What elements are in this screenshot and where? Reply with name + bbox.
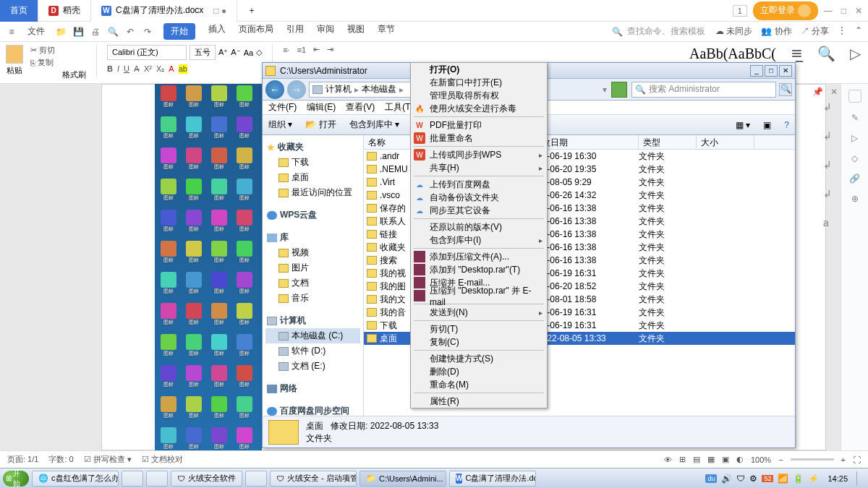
desktop-icon[interactable]: 图标 xyxy=(207,116,231,147)
print-icon[interactable]: 🖨 xyxy=(90,26,101,38)
menu-item[interactable]: 添加到压缩文件(A)... xyxy=(411,250,547,263)
taskbar-item[interactable] xyxy=(122,471,143,487)
desktop-icon[interactable]: 图标 xyxy=(207,303,231,333)
tray-icon[interactable]: ⚡ xyxy=(808,474,819,484)
desktop-icon[interactable]: 图标 xyxy=(156,396,181,427)
menu-item[interactable]: ☁自动备份该文件夹 xyxy=(411,191,547,204)
spell-check[interactable]: ☑ 拼写检查 ▾ xyxy=(84,454,132,465)
italic-icon[interactable]: I xyxy=(117,64,119,74)
tray-icon[interactable]: 📶 xyxy=(778,474,788,484)
cut-button[interactable]: ✂ 剪切 xyxy=(30,45,55,56)
forward-button[interactable]: → xyxy=(287,80,306,99)
share-button[interactable]: ↗ 分享 xyxy=(801,25,829,38)
indent-left-icon[interactable]: ⇤ xyxy=(313,45,320,54)
pin-icon[interactable]: 📌 xyxy=(812,87,823,97)
close-panel-icon[interactable]: ✕ xyxy=(830,87,838,97)
organize-button[interactable]: 组织 ▾ xyxy=(268,119,292,131)
menu-item[interactable]: 🔥使用火绒安全进行杀毒 xyxy=(411,102,547,115)
find-icon[interactable]: 🔍 xyxy=(817,45,835,62)
tree-desktop[interactable]: 桌面 xyxy=(265,170,360,185)
menu-item[interactable]: 压缩到 "Desktop.rar" 并 E-mail xyxy=(411,289,547,302)
menu-item[interactable]: 属性(R) xyxy=(411,395,547,408)
desktop-icon[interactable]: 图标 xyxy=(232,210,257,240)
minimize-button[interactable]: _ xyxy=(750,65,763,77)
tab-review[interactable]: 审阅 xyxy=(317,23,334,40)
desktop-icon[interactable]: 图标 xyxy=(207,241,231,271)
preview-pane-button[interactable]: ▣ xyxy=(763,120,771,130)
column-date[interactable]: 改日期 xyxy=(537,135,639,149)
show-desktop[interactable] xyxy=(856,471,862,486)
word-count[interactable]: 字数: 0 xyxy=(48,454,73,465)
save-icon[interactable]: 💾 xyxy=(72,26,84,38)
tree-videos[interactable]: 视频 xyxy=(265,245,360,260)
menu-edit[interactable]: 编辑(E) xyxy=(307,101,336,114)
tray-icon[interactable]: 52 xyxy=(762,475,773,482)
menu-item[interactable]: 在新窗口中打开(E) xyxy=(411,76,547,89)
refresh-button[interactable] xyxy=(611,82,627,98)
tray-icon[interactable]: du xyxy=(705,474,717,483)
tree-drive-d[interactable]: 软件 (D:) xyxy=(265,343,360,359)
desktop-icon[interactable]: 图标 xyxy=(156,147,181,178)
desktop-icon[interactable]: 图标 xyxy=(207,210,231,240)
redo-icon[interactable]: ↷ xyxy=(142,26,153,38)
select-icon[interactable]: ▷ xyxy=(850,45,861,62)
maximize-button[interactable]: □ xyxy=(841,6,846,16)
desktop-icon[interactable]: 图标 xyxy=(182,365,206,395)
desktop-icon[interactable]: 图标 xyxy=(156,116,181,147)
menu-item[interactable]: 创建快捷方式(S) xyxy=(411,352,547,365)
desktop-icon[interactable]: 图标 xyxy=(207,396,231,427)
zoom-out-icon[interactable]: − xyxy=(778,455,783,464)
tree-network[interactable]: 网络 xyxy=(265,381,360,396)
tab-home[interactable]: 首页 xyxy=(0,0,38,22)
include-lib-button[interactable]: 包含到库中 ▾ xyxy=(349,119,399,131)
tab-daoke[interactable]: D稻壳 xyxy=(38,0,91,22)
file-menu[interactable]: 文件 xyxy=(27,25,45,38)
menu-item[interactable]: W批量重命名 xyxy=(411,132,547,145)
column-type[interactable]: 类型 xyxy=(639,135,697,149)
desktop-icon[interactable]: 图标 xyxy=(182,210,206,240)
increase-font-icon[interactable]: A⁺ xyxy=(218,48,228,57)
cooperate-button[interactable]: 👥 协作 xyxy=(761,25,791,38)
taskbar-item[interactable]: 📁C:\Users\Admini... xyxy=(359,471,446,487)
desktop-icon[interactable]: 图标 xyxy=(156,272,181,302)
menu-item[interactable]: ☁同步至其它设备 xyxy=(411,204,547,217)
explorer-search[interactable]: 🔍 搜索 Administrator xyxy=(631,82,776,98)
close-button[interactable]: ✕ xyxy=(779,65,792,77)
back-button[interactable]: ← xyxy=(265,80,284,99)
tree-music[interactable]: 音乐 xyxy=(265,291,360,306)
tab-layout[interactable]: 页面布局 xyxy=(239,23,273,40)
desktop-icon[interactable]: 图标 xyxy=(182,116,206,147)
menu-item[interactable]: ☁上传到百度网盘 xyxy=(411,178,547,191)
desktop-icon[interactable]: 图标 xyxy=(156,85,181,116)
zoom-in-icon[interactable]: + xyxy=(841,455,846,464)
minimize-button[interactable]: — xyxy=(824,6,833,16)
menu-item[interactable]: 还原以前的版本(V) xyxy=(411,221,547,234)
desktop-icon[interactable]: 图标 xyxy=(156,334,181,364)
desktop-icon[interactable]: 图标 xyxy=(232,272,257,302)
menu-item[interactable]: 管理员取得所有权 xyxy=(411,89,547,102)
desktop-icon[interactable]: 图标 xyxy=(232,179,257,209)
tree-wps-cloud[interactable]: WPS云盘 xyxy=(265,207,360,223)
tab-document[interactable]: WC盘满了清理办法.docx□ ● xyxy=(91,0,237,22)
paste-button[interactable]: 粘贴 xyxy=(6,45,23,76)
desktop-icon[interactable]: 图标 xyxy=(232,85,257,116)
command-search[interactable]: 🔍 查找命令、搜索模板 xyxy=(612,25,705,38)
more-icon[interactable]: ⋮ xyxy=(838,25,846,38)
styles-icon[interactable]: ≡̲ xyxy=(791,45,803,62)
view-icon-1[interactable]: 👁 xyxy=(664,455,672,464)
tab-reference[interactable]: 引用 xyxy=(286,23,304,40)
indent-right-icon[interactable]: ⇥ xyxy=(327,45,333,54)
desktop-icon[interactable]: 图标 xyxy=(182,334,206,364)
desktop-icon[interactable]: 图标 xyxy=(207,365,231,395)
menu-item[interactable]: W上传或同步到WPS xyxy=(411,148,547,161)
taskbar-item[interactable]: 🌐c盘红色满了怎么办 xyxy=(32,471,119,487)
panel-cursor-icon[interactable]: ▷ xyxy=(851,133,858,143)
menu-icon[interactable]: ≡ xyxy=(6,26,17,38)
view-icon-3[interactable]: ▤ xyxy=(693,455,700,464)
panel-edit-icon[interactable]: ✎ xyxy=(851,113,859,123)
zoom-slider[interactable] xyxy=(791,458,834,461)
desktop-icon[interactable]: 图标 xyxy=(207,272,231,302)
open-button[interactable]: 📂 打开 xyxy=(305,119,336,131)
tray-icon[interactable]: 🔊 xyxy=(721,474,732,484)
menu-item[interactable]: 剪切(T) xyxy=(411,322,547,335)
